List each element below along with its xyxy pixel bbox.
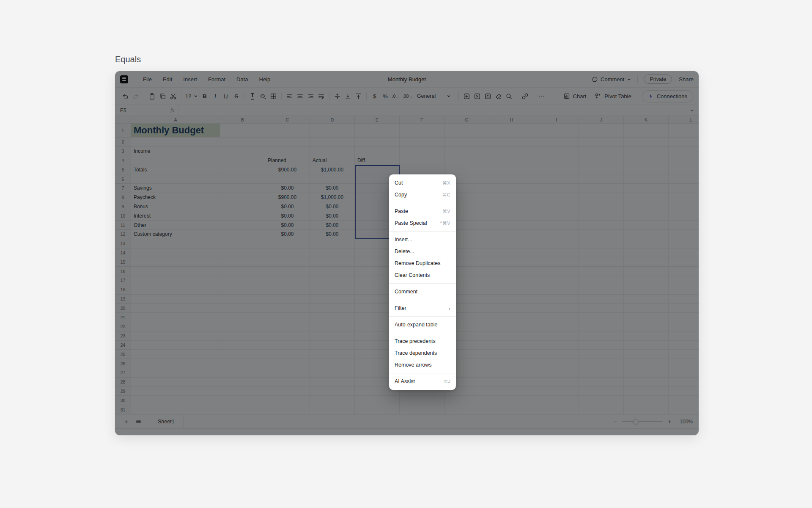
menu-divider bbox=[389, 203, 456, 203]
menu-item-label: AI Assist bbox=[395, 378, 415, 384]
menu-item-label: Trace precedents bbox=[395, 338, 436, 344]
menu-divider bbox=[389, 231, 456, 232]
menu-item-label: Insert... bbox=[395, 237, 412, 243]
menu-item-shortcut: ⌘J bbox=[443, 379, 450, 384]
menu-divider bbox=[389, 373, 456, 373]
menu-item-label: Remove arrows bbox=[395, 362, 432, 368]
context-menu: Cut⌘XCopy⌘CPaste⌘VPaste Special^⌘VInsert… bbox=[389, 174, 456, 390]
menu-item-comment[interactable]: Comment bbox=[389, 286, 456, 298]
menu-item-shortcut: ^⌘V bbox=[440, 221, 450, 226]
menu-item-label: Auto-expand table bbox=[395, 322, 437, 328]
menu-item-label: Remove Duplicates bbox=[395, 260, 440, 266]
menu-item-shortcut: ⌘V bbox=[442, 209, 450, 214]
menu-item-auto-expand-table[interactable]: Auto-expand table bbox=[389, 319, 456, 331]
page-title: Equals bbox=[115, 55, 141, 64]
menu-item-paste[interactable]: Paste⌘V bbox=[389, 205, 456, 217]
menu-divider bbox=[389, 300, 456, 300]
menu-item-label: Filter bbox=[395, 305, 406, 311]
menu-divider bbox=[389, 333, 456, 333]
menu-item-shortcut: ⌘X bbox=[442, 180, 450, 186]
menu-item-label: Paste Special bbox=[395, 220, 427, 226]
menu-item-label: Trace dependents bbox=[395, 350, 437, 356]
menu-item-label: Paste bbox=[395, 208, 408, 214]
menu-item-shortcut: ⌘C bbox=[442, 192, 450, 198]
menu-item-delete[interactable]: Delete... bbox=[389, 246, 456, 257]
menu-item-clear-contents[interactable]: Clear Contents bbox=[389, 269, 456, 281]
menu-item-label: Clear Contents bbox=[395, 272, 430, 278]
menu-item-trace-precedents[interactable]: Trace precedents bbox=[389, 335, 456, 347]
menu-item-insert[interactable]: Insert... bbox=[389, 234, 456, 246]
menu-item-filter[interactable]: Filter› bbox=[389, 302, 456, 314]
menu-item-label: Comment bbox=[395, 289, 417, 295]
menu-divider bbox=[389, 283, 456, 284]
menu-item-paste-special[interactable]: Paste Special^⌘V bbox=[389, 217, 456, 229]
menu-item-trace-dependents[interactable]: Trace dependents bbox=[389, 347, 456, 359]
menu-item-remove-duplicates[interactable]: Remove Duplicates bbox=[389, 257, 456, 269]
menu-item-label: Copy bbox=[395, 192, 407, 198]
menu-item-label: Cut bbox=[395, 180, 403, 186]
menu-item-copy[interactable]: Copy⌘C bbox=[389, 189, 456, 201]
submenu-chevron-icon: › bbox=[448, 305, 450, 312]
menu-divider bbox=[389, 316, 456, 317]
menu-item-cut[interactable]: Cut⌘X bbox=[389, 177, 456, 189]
menu-item-label: Delete... bbox=[395, 248, 414, 254]
menu-item-remove-arrows[interactable]: Remove arrows bbox=[389, 359, 456, 371]
menu-item-ai-assist[interactable]: AI Assist⌘J bbox=[389, 375, 456, 387]
